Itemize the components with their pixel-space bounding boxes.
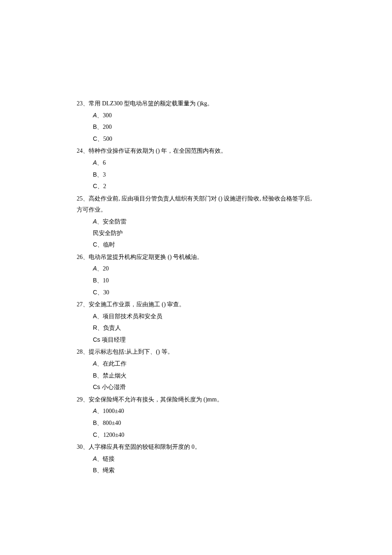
option-label: C bbox=[93, 183, 97, 189]
option: A、1000±40 bbox=[93, 405, 315, 417]
option-value: 、800±40 bbox=[97, 420, 121, 426]
option-value: 、负责人 bbox=[97, 325, 121, 331]
option-label: 民 bbox=[93, 230, 99, 236]
option-label: C bbox=[93, 431, 97, 438]
option-value: 、20 bbox=[97, 265, 109, 272]
question-continuation: 方可作业。 bbox=[77, 204, 315, 216]
question-29: 29、安全保险绳不允许有接头，其保险绳长度为 ()mm。A、1000±40B、8… bbox=[77, 394, 315, 441]
option: A、安全防雷 bbox=[93, 216, 315, 228]
options: A、300B、200C、500 bbox=[77, 110, 315, 145]
option-value: 、1200±40 bbox=[97, 432, 124, 438]
option-label: A bbox=[93, 455, 97, 462]
option: Cs 项目经理 bbox=[93, 334, 315, 346]
option-value: 、10 bbox=[97, 277, 109, 284]
option-value: 、链接 bbox=[97, 456, 115, 462]
option-value: 、3 bbox=[97, 171, 106, 178]
option-label: A bbox=[93, 265, 97, 272]
option-label: C bbox=[93, 241, 97, 248]
option: A、在此工作 bbox=[93, 358, 315, 370]
options: A、6B、3C、2 bbox=[77, 157, 315, 192]
option-label: B bbox=[93, 372, 97, 379]
option-label: B bbox=[93, 419, 97, 426]
option-label: Cs bbox=[93, 336, 100, 343]
option: C、2 bbox=[93, 180, 315, 192]
option: A、链接 bbox=[93, 453, 315, 465]
option-value: 、300 bbox=[97, 112, 112, 119]
option-label: A bbox=[93, 407, 97, 414]
option-label: A bbox=[93, 313, 97, 320]
options: A、项目部技术员和安全员R、负责人Cs 项目经理 bbox=[77, 311, 315, 346]
option-label: R bbox=[93, 324, 97, 331]
question-text: 30、人字梯应具有坚固的较链和限制开度的 0。 bbox=[77, 442, 315, 453]
option-label: A bbox=[93, 360, 97, 367]
option-value: 小心湿滑 bbox=[100, 384, 126, 390]
option-label: B bbox=[93, 171, 97, 178]
option-label: C bbox=[93, 135, 97, 142]
question-28: 28、提示标志包括:从上到下、() 等。A、在此工作B、禁止烟火Cs 小心湿滑 bbox=[77, 346, 315, 393]
question-26: 26、电动吊篮提升机构应定期更换 () 号机械油。A、20B、10C、30 bbox=[77, 252, 315, 298]
option: B、200 bbox=[93, 121, 315, 133]
option-value: 、在此工作 bbox=[97, 360, 127, 367]
option: R、负责人 bbox=[93, 322, 315, 334]
option-label: B bbox=[93, 123, 97, 130]
option: C、1200±40 bbox=[93, 429, 315, 441]
question-text: 23、常用 DLZ300 型电动吊篮的额定载重量为 ()kg。 bbox=[77, 98, 315, 110]
option: B、绳索 bbox=[93, 465, 315, 477]
option: C、临时 bbox=[93, 239, 315, 251]
option: Cs 小心湿滑 bbox=[93, 381, 315, 393]
option: B、10 bbox=[93, 275, 315, 287]
option-value: 、绳索 bbox=[97, 467, 115, 474]
option-label: A bbox=[93, 218, 97, 225]
option: A、6 bbox=[93, 157, 315, 169]
option-label: A bbox=[93, 159, 97, 166]
question-27: 27、安全施工作业票，应由施工 () 审查。A、项目部技术员和安全员R、负责人C… bbox=[77, 299, 315, 346]
option-value: 项目经理 bbox=[100, 337, 126, 343]
option: B、3 bbox=[93, 169, 315, 181]
option-value: 安全防护 bbox=[99, 230, 123, 236]
question-text: 26、电动吊篮提升机构应定期更换 () 号机械油。 bbox=[77, 252, 315, 263]
option-value: 、禁止烟火 bbox=[97, 372, 127, 379]
option-value: 、500 bbox=[97, 136, 112, 142]
options: A、1000±40B、800±40C、1200±40 bbox=[77, 405, 315, 441]
question-text: 28、提示标志包括:从上到下、() 等。 bbox=[77, 346, 315, 358]
question-text: 27、安全施工作业票，应由施工 () 审查。 bbox=[77, 299, 315, 311]
option: B、800±40 bbox=[93, 417, 315, 429]
question-text: 24、特种作业操作证有效期为 () 年，在全国范围内有效。 bbox=[77, 145, 315, 157]
option-label: B bbox=[93, 277, 97, 284]
option: A、300 bbox=[93, 110, 315, 122]
options: A、在此工作B、禁止烟火Cs 小心湿滑 bbox=[77, 358, 315, 393]
option-value: 、项目部技术员和安全员 bbox=[97, 313, 162, 320]
option-value: 、1000±40 bbox=[97, 408, 124, 414]
option-value: 、2 bbox=[97, 183, 106, 189]
option-label: B bbox=[93, 467, 97, 474]
question-25: 25、高处作业前, 应由项目分管负责人组织有关部门对 () 设施进行险收, 经验… bbox=[77, 193, 315, 251]
option: C、500 bbox=[93, 133, 315, 145]
question-24: 24、特种作业操作证有效期为 () 年，在全国范围内有效。A、6B、3C、2 bbox=[77, 145, 315, 192]
option: A、项目部技术员和安全员 bbox=[93, 311, 315, 323]
option: A、20 bbox=[93, 263, 315, 275]
option-label: Cs bbox=[93, 384, 100, 390]
option: B、禁止烟火 bbox=[93, 370, 315, 382]
option-value: 、30 bbox=[97, 289, 109, 296]
options: A、20B、10C、30 bbox=[77, 263, 315, 298]
option: C、30 bbox=[93, 287, 315, 299]
question-text: 29、安全保险绳不允许有接头，其保险绳长度为 ()mm。 bbox=[77, 394, 315, 406]
option-value: 、安全防雷 bbox=[97, 218, 127, 225]
option-value: 、临时 bbox=[97, 241, 115, 248]
options: A、链接B、绳索 bbox=[77, 453, 315, 477]
document-body: 23、常用 DLZ300 型电动吊篮的额定载重量为 ()kg。A、300B、20… bbox=[77, 98, 315, 477]
option-value: 、200 bbox=[97, 124, 112, 130]
question-text: 25、高处作业前, 应由项目分管负责人组织有关部门对 () 设施进行险收, 经验… bbox=[77, 193, 315, 205]
option-label: A bbox=[93, 112, 97, 119]
option: 民安全防护 bbox=[93, 228, 315, 239]
option-label: C bbox=[93, 289, 97, 296]
question-23: 23、常用 DLZ300 型电动吊篮的额定载重量为 ()kg。A、300B、20… bbox=[77, 98, 315, 145]
options: A、安全防雷民安全防护C、临时 bbox=[77, 216, 315, 251]
option-value: 、6 bbox=[97, 160, 106, 166]
question-30: 30、人字梯应具有坚固的较链和限制开度的 0。A、链接B、绳索 bbox=[77, 442, 315, 477]
